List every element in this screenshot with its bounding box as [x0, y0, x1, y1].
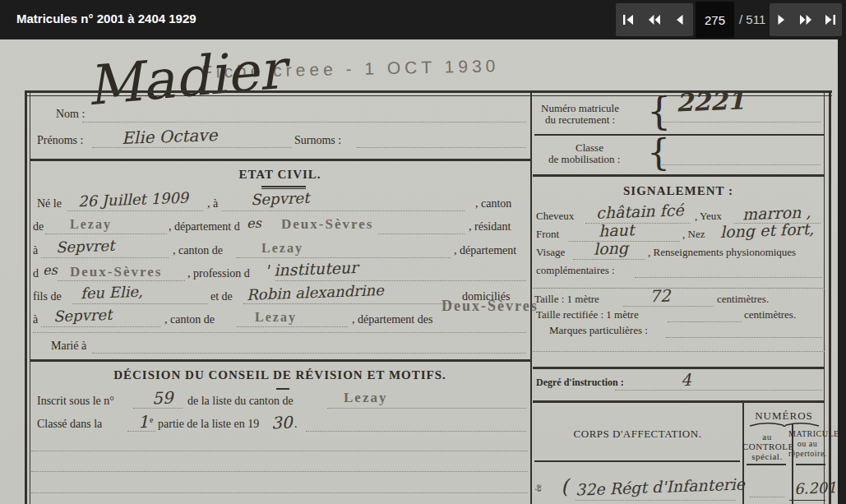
brace-glyph: {	[647, 132, 670, 173]
table-header-rule	[747, 464, 786, 465]
label-surnoms: Surnoms :	[294, 134, 341, 147]
departement-hand-suffix: es	[247, 215, 261, 232]
label-inscrit: Inscrit sous le n°	[37, 395, 114, 408]
form-border-left-inner	[30, 90, 30, 504]
table-header-rule	[796, 464, 825, 465]
label-taille: Taille : 1 mètre	[534, 293, 599, 306]
domicile-value: Sepvret	[53, 306, 113, 325]
top-toolbar: Matricules n° 2001 à 2404 1929 / 511	[0, 0, 846, 39]
dotted-line	[31, 471, 528, 472]
departement-stamp: Deux-Sèvres	[281, 216, 373, 233]
dotted-line	[750, 497, 784, 497]
canton-stamp: Lezay	[255, 310, 297, 325]
label-prenoms: Prénoms :	[37, 134, 83, 147]
dotted-line	[243, 303, 459, 304]
dotted-line	[127, 431, 155, 432]
numeros-brace-rule	[748, 421, 821, 428]
scanned-record-page: Fiche creee - 1 OCT 1930 Madier Nom : Pr…	[0, 39, 846, 504]
label-du-recrutement: du recrutement :	[545, 113, 615, 127]
dotted-line	[82, 122, 526, 123]
section-divider	[533, 367, 825, 369]
dotted-line	[306, 431, 526, 432]
label-yeux: , Yeux	[695, 210, 722, 223]
fast-forward-icon	[800, 15, 811, 25]
matricule-header-line1: MATRICULE	[788, 429, 826, 438]
label-de: de	[33, 220, 44, 234]
fast-forward-button[interactable]	[793, 3, 817, 36]
dotted-line	[33, 332, 526, 333]
profession-value: ' instituteur	[265, 258, 358, 280]
dotted-line	[666, 337, 822, 338]
label-liste-canton: de la liste du canton de	[187, 395, 294, 408]
label-fils-de: fils de	[33, 290, 62, 303]
label-departement-des: , département des	[352, 313, 432, 326]
fast-backward-button[interactable]	[641, 3, 667, 36]
dotted-line	[668, 321, 742, 322]
label-centimetres: centimètres.	[744, 308, 796, 321]
label-residant: , résidant	[469, 220, 511, 234]
dotted-line	[378, 234, 465, 234]
first-page-icon	[623, 15, 634, 25]
dotted-line	[275, 280, 526, 281]
dotted-line	[133, 408, 183, 409]
dotted-line	[41, 257, 169, 258]
section-divider	[533, 174, 825, 177]
dotted-line	[615, 390, 822, 391]
section-divider	[30, 159, 530, 161]
previous-page-icon	[676, 15, 683, 25]
surname-script: Madier	[84, 39, 287, 118]
decision-heading: DÉCISION DU CONSEIL DE RÉVISION ET MOTIF…	[30, 368, 530, 382]
dotted-line	[67, 210, 203, 211]
dotted-line	[327, 408, 526, 409]
classe-superscript: e	[150, 415, 153, 424]
section-divider	[533, 400, 825, 403]
last-page-icon	[825, 15, 835, 25]
canton-stamp: Lezay	[344, 390, 387, 406]
label-taille-rectifiee: Taille rectifiée : 1 mètre	[536, 308, 639, 321]
first-page-button[interactable]	[616, 3, 641, 36]
heading-dash	[276, 388, 289, 390]
father-value: feu Elie,	[81, 283, 143, 303]
label-a: , à	[207, 197, 218, 210]
form-border-right	[829, 90, 831, 504]
label-visage: Visage	[536, 246, 565, 259]
previous-page-button[interactable]	[667, 3, 692, 36]
dotted-line	[58, 280, 185, 281]
label-canton-de: , canton de	[173, 244, 223, 257]
page-number-input[interactable]	[696, 2, 734, 38]
section-divider	[30, 359, 530, 362]
rotated-margin-label: ée	[534, 484, 543, 492]
dotted-line	[237, 326, 348, 327]
scan-edge-strip	[838, 39, 846, 504]
departement-stamp: Deux-Sèvres	[70, 264, 162, 280]
cheveux-value: châtain fcé	[596, 201, 684, 222]
matricule-header-line2: ou au	[788, 439, 826, 448]
label-et-de: et de	[210, 290, 233, 303]
dotted-line	[31, 492, 528, 493]
dotted-line	[662, 122, 821, 123]
corps-row-value: 32e Régt d'Infanterie	[576, 474, 746, 498]
value-underline	[789, 500, 825, 501]
birth-place-value: Sepvret	[251, 189, 310, 208]
dotted-line	[533, 351, 825, 352]
label-canton-de: , canton de	[164, 313, 215, 326]
label-period: .	[294, 418, 298, 431]
label-partie-liste: partie de la liste en 19	[158, 418, 259, 431]
dotted-line	[222, 210, 465, 211]
controle-header-line1: au	[742, 432, 792, 442]
next-page-button[interactable]	[770, 3, 793, 36]
corps-row-paren: (	[561, 475, 569, 498]
des-hand-suffix: es	[43, 262, 58, 279]
matricule-number-value: 2221	[675, 86, 745, 118]
corps-affectation-header: CORPS D'AFFECTATION.	[533, 428, 742, 441]
label-a: à	[33, 244, 38, 257]
last-page-button[interactable]	[818, 3, 842, 36]
canton-stamp: Lezay	[261, 241, 303, 256]
departement-stamp-overlapping: Deux-Sèvres	[441, 298, 539, 315]
dotted-line	[92, 353, 526, 354]
label-renseignements: , Renseignements physionomiques	[648, 246, 796, 259]
nez-value: long et fort,	[720, 220, 815, 241]
label-front: Front	[536, 228, 559, 241]
thin-divider	[533, 288, 825, 289]
mother-value: Robin alexandrine	[247, 281, 384, 303]
